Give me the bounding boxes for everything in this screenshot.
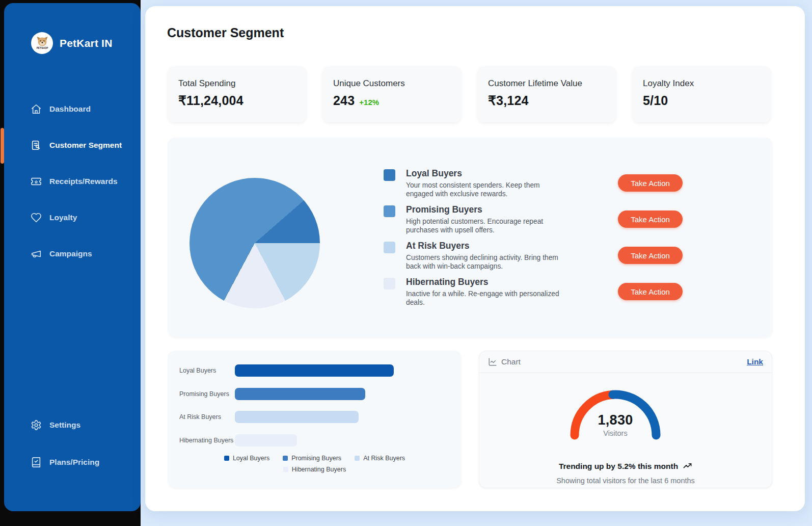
legend-swatch [283,456,288,461]
stat-value: ₹3,124 [488,93,529,108]
sidebar-item-label: Receipts/Rewards [49,177,118,186]
sidebar-item-receipts-rewards[interactable]: Receipts/Rewards [31,176,118,187]
bar-label: At Risk Buyers [179,413,221,420]
sidebar-item-label: Settings [49,420,80,430]
bar-label: Loyal Buyers [179,367,216,374]
segment-text: Loyal Buyers Your most consistent spende… [406,168,561,198]
gear-icon [31,419,42,431]
bar-label: Hibernating Buyers [179,437,233,444]
legend-item: Promising Buyers [283,455,341,462]
heart-icon [31,212,42,223]
legend-swatch [283,467,288,472]
take-action-button[interactable]: Take Action [618,247,683,264]
sidebar-item-label: Plans/Pricing [49,458,99,467]
segment-row-hibernating-buyers: Hibernating Buyers Inactive for a while.… [384,277,761,313]
bar-row: At Risk Buyers [168,411,461,423]
petshop-dog-icon: PETSHOP [34,35,51,52]
legend-swatch [384,169,395,181]
bar-promising-buyers [235,388,365,400]
brand-logo: PETSHOP [31,32,53,54]
segment-name: At Risk Buyers [406,241,561,251]
stat-card-total-spending: Total Spending ₹11,24,004 [168,66,306,122]
legend-label: At Risk Buyers [363,455,405,462]
stat-label: Customer Lifetime Value [488,78,605,89]
legend-swatch [224,456,229,461]
megaphone-icon [31,248,42,259]
chart-link[interactable]: Link [747,357,763,366]
legend-label: Loyal Buyers [233,455,269,462]
trending-up-icon [683,461,692,471]
brand-logo-text: PETSHOP [36,47,48,49]
brand[interactable]: PETSHOP PetKart IN [31,32,113,54]
bar-row: Promising Buyers [168,388,461,400]
chart-line-icon [488,357,497,366]
sidebar-item-label: Dashboard [49,104,91,114]
take-action-button[interactable]: Take Action [618,211,683,228]
segment-bar-chart-card: Loyal Buyers Promising Buyers At Risk Bu… [168,351,461,488]
gauge-center-text: 1,830 Visitors [560,412,670,437]
sidebar-item-campaigns[interactable]: Campaigns [31,248,92,259]
chart-card-title: Chart [501,357,521,366]
stat-delta-badge: +12% [359,98,379,107]
sidebar-item-settings[interactable]: Settings [31,419,80,431]
segment-name: Hibernating Buyers [406,277,561,287]
bar-chart-legend: Loyal Buyers Promising Buyers At Risk Bu… [213,455,417,473]
stat-value: 243 [333,93,355,108]
gauge-subtitle: Showing total visitors for the last 6 mo… [479,477,772,485]
segment-description: Inactive for a while. Re-engage with per… [406,290,561,307]
bar-at-risk-buyers [235,411,359,423]
sidebar-item-loyalty[interactable]: Loyalty [31,212,77,223]
sidebar-item-label: Loyalty [49,213,77,222]
segment-description: High potential customers. Encourage repe… [406,217,561,234]
stat-label: Total Spending [178,78,295,89]
segment-description: Customers showing declining activity. Br… [406,253,561,271]
legend-item: At Risk Buyers [355,455,405,462]
sidebar: PETSHOP PetKart IN Dashboard Customer Se… [4,3,141,511]
sidebar-item-label: Customer Segment [49,141,122,150]
brand-name: PetKart IN [60,37,113,49]
bar-row: Loyal Buyers [168,364,461,377]
segments-pie-chart [190,178,320,308]
book-check-icon [31,457,42,468]
file-search-icon [31,140,42,151]
stat-card-unique-customers: Unique Customers 243 +12% [323,66,461,122]
legend-item: Loyal Buyers [224,455,269,462]
segment-name: Loyal Buyers [406,168,561,179]
segment-name: Promising Buyers [406,204,561,215]
stats-row: Total Spending ₹11,24,004 Unique Custome… [168,66,770,122]
take-action-button[interactable]: Take Action [618,174,683,192]
home-icon [31,103,42,115]
ticket-icon [31,176,42,187]
legend-swatch [384,278,395,290]
sidebar-item-customer-segment[interactable]: Customer Segment [31,140,122,151]
segment-rows: Loyal Buyers Your most consistent spende… [384,168,761,313]
visitors-gauge-card: Chart Link 1,830 Visitors Trending up by… [479,351,772,488]
main-content: Customer Segment Total Spending ₹11,24,0… [145,6,805,511]
sidebar-item-plans-pricing[interactable]: Plans/Pricing [31,457,99,468]
legend-swatch [384,205,395,217]
trend-text: Trending up by 5.2% this month [559,462,678,471]
legend-item: Hibernating Buyers [283,466,346,473]
bar-loyal-buyers [235,364,394,377]
segment-row-promising-buyers: Promising Buyers High potential customer… [384,204,761,241]
stat-card-customer-lifetime-value: Customer Lifetime Value ₹3,124 [478,66,615,122]
page-title: Customer Segment [167,25,284,40]
segment-panel: Loyal Buyers Your most consistent spende… [168,138,772,337]
visitors-unit: Visitors [560,429,670,437]
active-nav-indicator [1,128,4,164]
legend-label: Promising Buyers [291,455,341,462]
chart-card-header: Chart Link [479,351,772,373]
stat-value: 5/10 [643,93,668,108]
segment-text: Promising Buyers High potential customer… [406,204,561,234]
segment-description: Your most consistent spenders. Keep them… [406,181,561,198]
segment-text: Hibernating Buyers Inactive for a while.… [406,277,561,307]
stat-label: Loyalty Index [643,78,760,89]
legend-swatch [355,456,360,461]
visitors-count: 1,830 [560,412,670,428]
take-action-button[interactable]: Take Action [618,283,683,300]
bar-row: Hibernating Buyers [168,434,461,446]
stat-value: ₹11,24,004 [178,93,243,108]
stat-card-loyalty-index: Loyalty Index 5/10 [633,66,770,122]
sidebar-item-dashboard[interactable]: Dashboard [31,103,91,115]
bar-hibernating-buyers [235,434,297,446]
